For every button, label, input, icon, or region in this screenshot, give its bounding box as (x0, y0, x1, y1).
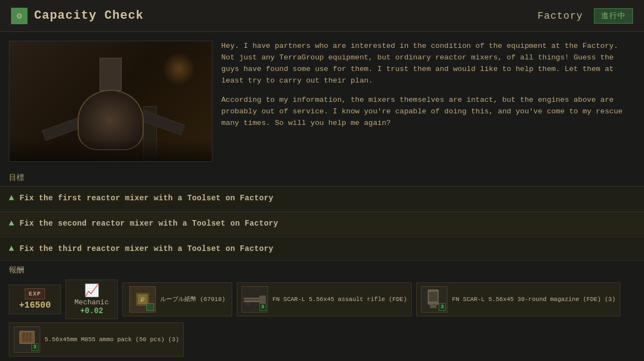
page-title: Capacity Check (34, 9, 144, 23)
mechanic-reward: 📈 Mechanic +0.02 (66, 280, 118, 319)
svg-rect-9 (429, 292, 438, 302)
objective-text-3: Fix the third reactor mixer with a Tools… (20, 244, 274, 253)
rewards-section: 報酬 EXP +16500 📈 Mechanic +0.02 ₽ ルーブル紙幣 … (0, 262, 644, 361)
objective-text-2: Fix the second reactor mixer with a Tool… (20, 219, 279, 228)
mechanic-label: Mechanic (74, 298, 108, 307)
mechanic-icon: 📈 (84, 283, 99, 298)
svg-rect-13 (26, 333, 28, 342)
rifle1-icon: 3 (242, 286, 268, 313)
ruble-reward: ₽ ルーブル紙幣 (67918) (122, 282, 232, 316)
objectives-section: 目標 ▲ Fix the first reactor mixer with a … (0, 171, 644, 261)
status-badge: 進行中 (594, 8, 633, 24)
mechanic-value: +0.02 (80, 307, 103, 315)
ruble-name: ルーブル紙幣 (67918) (160, 296, 226, 303)
ammo-name: 5.56x45mm M855 ammo pack (50 pcs) (3) (45, 336, 179, 343)
header: ⚙ Capacity Check Factory 進行中 (0, 0, 644, 32)
quest-icon: ⚙ (11, 8, 28, 24)
objective-row-1: ▲ Fix the first reactor mixer with a Too… (0, 186, 644, 210)
ammo-reward: 3 5.56x45mm M855 ammo pack (50 pcs) (3) (9, 322, 184, 357)
svg-rect-8 (430, 304, 436, 308)
svg-rect-14 (29, 333, 31, 342)
header-right: Factory 進行中 (537, 8, 633, 24)
ammo-icon: 3 (14, 326, 40, 353)
objective-row-2: ▲ Fix the second reactor mixer with a To… (0, 211, 644, 236)
rifle1-count: 3 (259, 303, 266, 311)
svg-rect-6 (246, 302, 249, 305)
rewards-row-2: 3 5.56x45mm M855 ammo pack (50 pcs) (3) (9, 322, 635, 357)
objective-arrow-icon-2: ▲ (9, 218, 14, 228)
mission-description: Hey. I have partners who are interested … (221, 41, 635, 162)
objectives-label: 目標 (0, 171, 644, 186)
rifle1-reward: 3 FN SCAR-L 5.56x45 assault rifle (FDE) (237, 282, 412, 316)
rifle1-name: FN SCAR-L 5.56x45 assault rifle (FDE) (272, 296, 407, 303)
ammo-count: 3 (31, 343, 39, 351)
exp-value: +16500 (19, 300, 51, 310)
ruble-icon: ₽ (129, 286, 156, 313)
objective-arrow-icon-1: ▲ (9, 193, 14, 203)
exp-badge: EXP (25, 288, 45, 299)
rewards-row: EXP +16500 📈 Mechanic +0.02 ₽ ルーブル紙幣 (67… (9, 280, 635, 319)
rifle2-name: FN SCAR-L 5.56x45 30-round magazine (FDE… (452, 296, 615, 303)
main-content: Hey. I have partners who are interested … (0, 32, 644, 166)
svg-rect-12 (23, 333, 25, 342)
rewards-label: 報酬 (9, 265, 635, 275)
svg-rect-4 (259, 296, 266, 303)
location-label: Factory (537, 10, 583, 21)
rifle2-reward: 3 FN SCAR-L 5.56x45 30-round magazine (F… (416, 282, 620, 316)
exp-reward: EXP +16500 (9, 285, 61, 314)
rifle2-count: 3 (439, 303, 446, 311)
objective-row-3: ▲ Fix the third reactor mixer with a Too… (0, 237, 644, 261)
mission-image (9, 41, 212, 162)
objective-text-1: Fix the first reactor mixer with a Tools… (20, 194, 274, 203)
svg-text:₽: ₽ (140, 296, 145, 304)
objective-arrow-icon-3: ▲ (9, 244, 14, 254)
header-left: ⚙ Capacity Check (11, 8, 144, 24)
description-paragraph-1: Hey. I have partners who are interested … (221, 41, 635, 87)
description-paragraph-2: According to my information, the mixers … (221, 95, 635, 129)
rifle2-icon: 3 (421, 286, 447, 313)
svg-rect-5 (244, 299, 259, 300)
